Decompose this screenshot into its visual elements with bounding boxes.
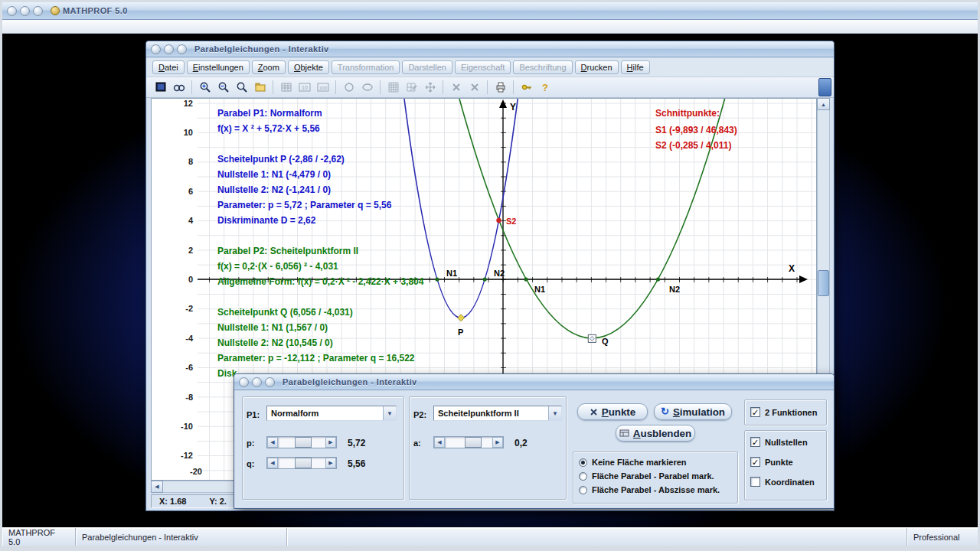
- checkbox-icon[interactable]: ✓: [750, 437, 760, 447]
- p2-zero-n2-point[interactable]: [656, 277, 660, 281]
- menu-einstellungen[interactable]: Einstellungen: [187, 60, 250, 74]
- radio-icon[interactable]: [579, 472, 587, 481]
- dialog-minimize-button[interactable]: [252, 377, 262, 387]
- properties-icon[interactable]: [251, 79, 269, 96]
- p2-zero-n1-point[interactable]: [524, 277, 528, 281]
- p1-form-select[interactable]: Normalform ▼: [266, 406, 397, 421]
- simulation-icon: ↻: [661, 408, 669, 416]
- circle-icon: [340, 79, 358, 96]
- p1-dropdown-icon[interactable]: ▼: [383, 406, 396, 420]
- binoculars-icon[interactable]: [170, 79, 188, 96]
- key-icon[interactable]: [518, 79, 535, 96]
- a-slider-left-icon[interactable]: ◀: [434, 437, 445, 448]
- p2-form-select[interactable]: Scheitelpunktform II ▼: [433, 406, 562, 421]
- checkbox-2-funktionen[interactable]: ✓ 2 Funktionen: [750, 407, 817, 417]
- q-slider[interactable]: ◀ ▶: [266, 457, 337, 469]
- p-slider-right-icon[interactable]: ▶: [325, 437, 336, 448]
- p2-detail-line: Nullstelle 1: N1 (1,567 / 0): [217, 322, 328, 333]
- panel-toggle-button[interactable]: [818, 78, 831, 96]
- punkte-button[interactable]: Punkte: [577, 403, 648, 420]
- q-slider-track[interactable]: [278, 458, 325, 468]
- graph-close-button[interactable]: [151, 44, 161, 54]
- graph-minimize-button[interactable]: [164, 44, 174, 54]
- y-axis-arrow: [499, 99, 507, 108]
- radio-icon[interactable]: [579, 458, 587, 467]
- checkbox-punkte[interactable]: ✓ Punkte: [750, 457, 793, 467]
- radio-flaeche-parabel-parabel[interactable]: Fläche Parabel - Parabel mark.: [579, 471, 714, 481]
- vertex-p-marker[interactable]: [458, 315, 465, 321]
- screen-icon[interactable]: [152, 79, 169, 96]
- p1-detail-line: Parameter: p = 5,72 ; Parameter q = 5,56: [217, 200, 392, 210]
- p-slider-thumb[interactable]: [295, 437, 312, 448]
- p-slider-left-icon[interactable]: ◀: [267, 437, 278, 448]
- zoom-reset-icon[interactable]: [233, 79, 250, 96]
- zoom-out-icon[interactable]: [214, 79, 232, 96]
- toolbar: 10 100: [146, 77, 834, 98]
- radio-label: Fläche Parabel - Abszisse mark.: [592, 485, 720, 494]
- points-icon: [590, 408, 598, 416]
- p-slider-track[interactable]: [278, 437, 325, 448]
- menu-objekte[interactable]: Objekte: [288, 60, 329, 74]
- checkbox-koordinaten[interactable]: Koordinaten: [750, 477, 815, 487]
- scroll-up-button[interactable]: ▲: [817, 98, 830, 110]
- a-slider-label: a:: [413, 439, 421, 448]
- q-slider-thumb[interactable]: [295, 458, 312, 468]
- p1-detail-line: Nullstelle 2: N2 (-1,241 / 0): [217, 184, 331, 195]
- p1-zero-n2-point[interactable]: [483, 277, 487, 281]
- p2-detail-line: Scheitelpunkt Q (6,056 / -4,031): [217, 307, 353, 318]
- checkbox-icon[interactable]: ✓: [750, 457, 760, 467]
- punkte-button-label: Punkte: [602, 406, 635, 418]
- menu-datei[interactable]: Datei: [152, 60, 185, 74]
- main-maximize-button[interactable]: [33, 6, 43, 16]
- y-tick: 0: [188, 275, 193, 284]
- help-icon[interactable]: ?: [536, 79, 554, 96]
- q-slider-left-icon[interactable]: ◀: [267, 458, 278, 468]
- cursor-y-value: Y: 2.: [209, 497, 226, 506]
- radio-keine-flaeche[interactable]: Keine Fläche markieren: [579, 458, 687, 467]
- a-slider[interactable]: ◀ ▶: [433, 436, 504, 448]
- graph-window-titlebar[interactable]: Parabelgleichungen - Interaktiv: [146, 41, 834, 57]
- a-slider-right-icon[interactable]: ▶: [492, 437, 503, 448]
- menu-zoom[interactable]: Zoom: [252, 60, 286, 74]
- vertex-p-label: P: [458, 328, 463, 337]
- dialog-title: Parabelgleichungen - Interaktiv: [283, 377, 417, 386]
- checkbox-icon[interactable]: ✓: [750, 407, 760, 417]
- intersections-header: Schnittpunkte:: [655, 108, 720, 119]
- a-slider-track[interactable]: [445, 437, 492, 448]
- vertical-scroll-thumb[interactable]: [818, 270, 829, 296]
- checkbox-icon[interactable]: [750, 477, 760, 487]
- ausblenden-button[interactable]: Ausblenden: [616, 425, 695, 442]
- scroll-left-button[interactable]: ◀: [151, 481, 163, 493]
- dialog-titlebar[interactable]: Parabelgleichungen - Interaktiv: [234, 374, 834, 390]
- menu-drucken[interactable]: Drucken: [575, 60, 619, 74]
- graph-maximize-button[interactable]: [177, 44, 187, 54]
- p1-zero-n1-point[interactable]: [435, 277, 439, 281]
- menu-hilfe[interactable]: Hilfe: [621, 60, 650, 74]
- p2-dropdown-icon[interactable]: ▼: [548, 406, 561, 420]
- dialog-maximize-button[interactable]: [265, 377, 275, 387]
- main-minimize-button[interactable]: [20, 6, 30, 16]
- print-icon[interactable]: [492, 79, 509, 96]
- svg-text:10: 10: [302, 85, 308, 90]
- simulation-button[interactable]: ↻ Simulation: [654, 403, 732, 420]
- p2-info-line: Allgemeine Form: f(x) = 0,2·X ² - 2,422·…: [217, 276, 424, 287]
- main-statusbar: MATHPROF 5.0 Parabelgleichungen - Intera…: [2, 527, 978, 546]
- zoom-in-icon[interactable]: [196, 79, 214, 96]
- hide-panel-icon: [619, 429, 629, 438]
- a-slider-thumb[interactable]: [465, 437, 482, 448]
- menu-beschriftung: Beschriftung: [513, 60, 572, 74]
- toolbar-separator: [273, 80, 273, 94]
- app-icon: [51, 6, 60, 15]
- q-slider-right-icon[interactable]: ▶: [325, 458, 336, 468]
- values-100-icon: 100: [314, 79, 332, 96]
- main-close-button[interactable]: [7, 6, 17, 16]
- intersection-s2-point[interactable]: [496, 218, 501, 223]
- y-axis-label: Y: [510, 102, 516, 112]
- dialog-close-button[interactable]: [239, 377, 249, 387]
- p-slider[interactable]: ◀ ▶: [266, 436, 337, 448]
- radio-icon[interactable]: [579, 486, 587, 494]
- checkbox-nullstellen[interactable]: ✓ Nullstellen: [750, 437, 808, 447]
- delete-point-icon: [447, 79, 465, 96]
- radio-flaeche-parabel-abszisse[interactable]: Fläche Parabel - Abszisse mark.: [579, 485, 720, 494]
- ellipse-icon: [358, 79, 376, 96]
